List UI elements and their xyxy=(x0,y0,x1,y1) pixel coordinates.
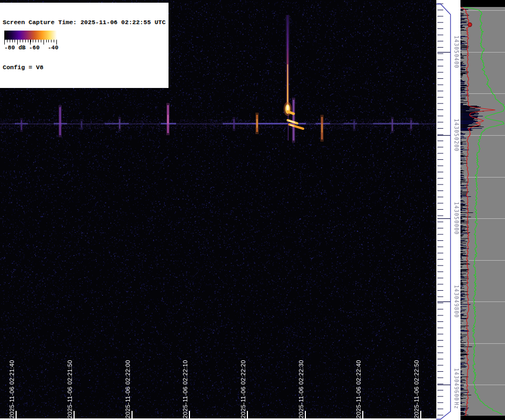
colorbar-gradient xyxy=(4,31,57,40)
time-tick xyxy=(420,411,421,419)
freq-tick-label: 143050200 xyxy=(453,116,459,154)
time-tick-label: 2025-11-06 02:22:30 xyxy=(298,349,305,418)
time-tick-label: 2025-11-06 02:21:50 xyxy=(67,349,74,418)
time-tick-label: 2025-11-06 02:22:40 xyxy=(355,349,362,418)
time-tick xyxy=(189,411,190,419)
info-line-capture-time: Screen Capture Time: 2025-11-06 02:22:55… xyxy=(3,19,166,26)
time-tick-label: 2025-11-06 02:22:10 xyxy=(182,349,189,418)
colorbar-label-mid: -60 xyxy=(29,45,40,51)
time-tick xyxy=(131,411,133,419)
info-line-config: Config = V8 xyxy=(3,64,166,71)
time-tick-label: 2025-11-06 02:21:40 xyxy=(9,349,16,418)
time-tick-label: 2025-11-06 02:22:00 xyxy=(125,349,131,418)
time-tick-label: 2025-11-06 02:22:20 xyxy=(240,349,247,418)
time-tick xyxy=(362,411,363,419)
time-tick xyxy=(247,411,248,419)
freq-unit-label: Hz xyxy=(453,400,459,411)
time-tick-label: 2025-11-06 02:22:50 xyxy=(413,349,420,418)
freq-tick-label: 143049600 xyxy=(453,366,459,403)
freq-tick-label: 143050000 xyxy=(453,200,459,237)
colorbar-label-max: -40 xyxy=(48,45,58,51)
app-window: 2025-11-06 02:21:402025-11-06 02:21:5020… xyxy=(0,0,505,420)
spectrum-panel-canvas[interactable] xyxy=(460,0,505,420)
freq-tick-label: 143050400 xyxy=(453,33,459,71)
colorbar-label-min: -80 dB xyxy=(4,45,26,51)
freq-tick-label: 143049800 xyxy=(453,283,459,320)
time-tick xyxy=(74,411,75,419)
colorbar-ticks xyxy=(4,40,57,45)
time-tick xyxy=(16,411,17,419)
colorbar: -80 dB -60 -40 xyxy=(2,28,59,52)
time-tick xyxy=(305,411,306,419)
